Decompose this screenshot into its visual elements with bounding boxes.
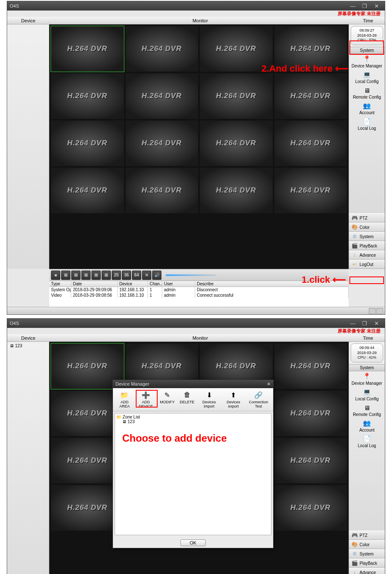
cell-placeholder: H.264 DVR: [67, 456, 107, 465]
tab-playback[interactable]: 🎬PlayBack: [349, 558, 385, 568]
video-cell[interactable]: H.264 DVR: [126, 121, 199, 166]
video-cell[interactable]: H.264 DVR: [200, 168, 273, 213]
minimize-button[interactable]: —: [347, 320, 359, 327]
log-table: TypeDateDeviceChan...UserDescribeSystem …: [49, 281, 349, 307]
log-column-header[interactable]: Date: [71, 281, 118, 287]
video-cell[interactable]: H.264 DVR: [274, 168, 347, 213]
titlebar[interactable]: O4S — ❐ ✕: [7, 1, 385, 11]
tree-root[interactable]: Zone List: [123, 415, 140, 419]
grid-layout-button[interactable]: ⊞: [102, 271, 111, 280]
video-cell[interactable]: H.264 DVR: [51, 121, 124, 166]
dialog-close-button[interactable]: ✕: [267, 381, 271, 387]
log-column-header[interactable]: Chan...: [148, 281, 162, 287]
account-icon: 👥: [363, 419, 371, 427]
status-button[interactable]: [376, 308, 383, 314]
video-cell[interactable]: H.264 DVR: [274, 121, 347, 166]
system-item-local-config[interactable]: 💻Local Config: [349, 70, 385, 85]
cell-placeholder: H.264 DVR: [290, 456, 330, 465]
system-item-remote-config[interactable]: 🖥Remote Config: [349, 85, 385, 101]
dialog-delete-button[interactable]: 🗑DELETE: [177, 390, 197, 409]
maximize-button[interactable]: ❐: [359, 320, 371, 327]
titlebar[interactable]: O4S — ❐ ✕: [7, 319, 385, 328]
system-item-device-manager[interactable]: 📍Device Manager: [349, 371, 385, 387]
grid-layout-button[interactable]: ⊞: [81, 271, 91, 280]
header-strip: Device Monitor Time: [7, 334, 385, 342]
dialog-devices-export-button[interactable]: ⬆Devices export: [221, 390, 246, 409]
ok-button[interactable]: OK: [180, 539, 206, 546]
dialog-titlebar[interactable]: Device Manager ✕: [113, 380, 273, 388]
dialog-tree[interactable]: 📁 Zone List 🖥 123 Choose to add device: [115, 413, 271, 535]
tab-system[interactable]: ⚙System: [349, 549, 385, 558]
header-strip: Device Monitor Time: [7, 17, 385, 24]
video-cell[interactable]: H.264 DVR: [126, 168, 199, 213]
volume-slider[interactable]: [166, 274, 216, 276]
tree-item[interactable]: 123: [128, 419, 135, 424]
system-item-remote-config[interactable]: 🖥Remote Config: [349, 402, 385, 418]
tab-ptz[interactable]: 🎮PTZ: [349, 213, 385, 223]
grid-layout-button[interactable]: 🔊: [152, 271, 161, 280]
video-cell[interactable]: H.264 DVR: [51, 73, 124, 119]
local-config-icon: 💻: [363, 388, 371, 396]
tab-advance[interactable]: ↓Advance: [349, 568, 385, 574]
right-sidebar: 09:09:27 2018-03-29 CPU : 37% System 📍De…: [349, 24, 385, 269]
video-cell[interactable]: H.264 DVR: [274, 438, 347, 483]
video-cell[interactable]: H.264 DVR: [200, 26, 273, 72]
system-item-device-manager[interactable]: 📍Device Manager: [349, 54, 385, 70]
dialog-connection-test-button[interactable]: 🔗Connection Test: [246, 390, 271, 409]
system-item-local-log[interactable]: 📄Local Log: [349, 116, 385, 132]
dialog-devices-import-button[interactable]: ⬇Devices import: [197, 390, 221, 409]
system-item-local-log[interactable]: 📄Local Log: [349, 434, 385, 449]
tab-system[interactable]: ⚙System: [349, 232, 385, 241]
video-cell[interactable]: H.264 DVR: [274, 73, 347, 119]
video-cell[interactable]: H.264 DVR: [200, 73, 273, 119]
video-cell[interactable]: H.264 DVR: [200, 121, 273, 166]
tab-playback[interactable]: 🎬PlayBack: [349, 241, 385, 250]
grid-layout-button[interactable]: ✕: [142, 271, 151, 280]
grid-layout-button[interactable]: 36: [122, 271, 131, 280]
video-cell[interactable]: H.264 DVR: [274, 26, 347, 72]
grid-layout-button[interactable]: 64: [132, 271, 141, 280]
video-cell[interactable]: H.264 DVR: [126, 73, 199, 119]
status-button[interactable]: [369, 308, 376, 314]
tab-ptz[interactable]: 🎮PTZ: [349, 531, 385, 540]
grid-layout-button[interactable]: ⊞: [61, 271, 70, 280]
log-row[interactable]: System Oper...2018-03-29 09:09:06192.168…: [49, 287, 349, 292]
log-row[interactable]: Video2018-03-29 09:08:56192.168.1.101adm…: [49, 292, 349, 298]
log-column-header[interactable]: User: [162, 281, 195, 287]
log-column-header[interactable]: Describe: [195, 281, 349, 287]
dialog-modify-button[interactable]: ✎MODIFY: [157, 390, 177, 409]
system-item-account[interactable]: 👥Account: [349, 418, 385, 434]
tab-logout[interactable]: ↩LogOut: [349, 260, 385, 269]
system-item-account[interactable]: 👥Account: [349, 101, 385, 116]
log-column-header[interactable]: Type: [49, 281, 71, 287]
video-cell[interactable]: H.264 DVR: [274, 391, 347, 436]
minimize-button[interactable]: —: [347, 3, 359, 9]
close-button[interactable]: ✕: [371, 3, 382, 9]
tab-advance[interactable]: ↓Advance: [349, 250, 385, 260]
video-cell[interactable]: H.264 DVR: [51, 168, 124, 213]
cell-placeholder: H.264 DVR: [290, 504, 330, 512]
tab-color[interactable]: 🎨Color: [349, 540, 385, 549]
tab-color[interactable]: 🎨Color: [349, 223, 385, 232]
grid-layout-button[interactable]: ⊞: [71, 271, 81, 280]
device-tree-item[interactable]: 🖥 123: [8, 343, 48, 348]
ptz-icon: 🎮: [351, 532, 358, 538]
dialog-add-area-button[interactable]: 📁ADD AREA: [115, 390, 134, 409]
local-log-icon: 📄: [363, 435, 371, 443]
cell-placeholder: H.264 DVR: [67, 92, 107, 100]
video-cell[interactable]: H.264 DVR: [126, 26, 199, 72]
video-cell[interactable]: H.264 DVR: [274, 343, 347, 389]
grid-layout-button[interactable]: 25: [112, 271, 121, 280]
close-button[interactable]: ✕: [371, 320, 382, 327]
video-cell[interactable]: H.264 DVR: [274, 485, 347, 531]
color-icon: 🎨: [351, 542, 358, 547]
app-title: O4S: [10, 3, 347, 8]
log-column-header[interactable]: Device: [118, 281, 148, 287]
system-item-label: Device Manager: [349, 381, 384, 386]
grid-layout-button[interactable]: ⊞: [91, 271, 101, 280]
system-item-local-config[interactable]: 💻Local Config: [349, 387, 385, 402]
cell-placeholder: H.264 DVR: [67, 504, 107, 512]
video-cell[interactable]: H.264 DVR: [51, 26, 124, 72]
grid-layout-button[interactable]: ■: [51, 271, 60, 280]
maximize-button[interactable]: ❐: [359, 3, 371, 9]
